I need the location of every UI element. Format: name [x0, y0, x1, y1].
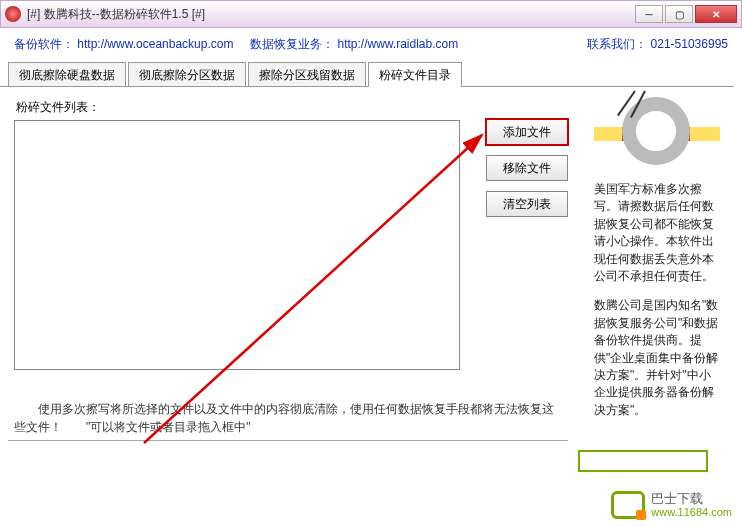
description-text: 使用多次擦写将所选择的文件以及文件中的内容彻底清除，使用任何数据恢复手段都将无法…: [14, 400, 564, 436]
tab-bar: 彻底擦除硬盘数据 彻底擦除分区数据 擦除分区残留数据 粉碎文件目录: [0, 61, 742, 86]
maximize-button[interactable]: ▢: [665, 5, 693, 23]
contact-label: 联系我们：: [587, 37, 647, 51]
add-file-button[interactable]: 添加文件: [486, 119, 568, 145]
recovery-label: 数据恢复业务：: [250, 37, 334, 51]
recovery-link[interactable]: http://www.raidlab.com: [337, 37, 458, 51]
file-list-label: 粉碎文件列表：: [16, 99, 586, 116]
watermark-brand: 巴士下载: [651, 492, 732, 506]
tab-erase-partition[interactable]: 彻底擦除分区数据: [128, 62, 246, 87]
close-button[interactable]: ✕: [695, 5, 737, 23]
tab-erase-disk[interactable]: 彻底擦除硬盘数据: [8, 62, 126, 87]
panel-border: [8, 440, 568, 441]
remove-file-button[interactable]: 移除文件: [486, 155, 568, 181]
disk-diagram: [594, 93, 720, 173]
file-list-box[interactable]: [14, 120, 460, 370]
titlebar: [#] 数腾科技--数据粉碎软件1.5 [#] ─ ▢ ✕: [0, 0, 742, 28]
info-text-2: 数腾公司是国内知名"数据恢复服务公司"和数据备份软件提供商。提供"企业桌面集中备…: [594, 297, 722, 419]
tab-shred-files[interactable]: 粉碎文件目录: [368, 62, 462, 87]
watermark: 巴士下载 www.11684.com: [611, 491, 732, 519]
clear-list-button[interactable]: 清空列表: [486, 191, 568, 217]
watermark-logo-icon: [611, 491, 645, 519]
highlight-rect: [578, 450, 708, 472]
backup-link[interactable]: http://www.oceanbackup.com: [77, 37, 233, 51]
window-title: [#] 数腾科技--数据粉碎软件1.5 [#]: [27, 6, 633, 23]
minimize-button[interactable]: ─: [635, 5, 663, 23]
backup-label: 备份软件：: [14, 37, 74, 51]
header-info: 备份软件： http://www.oceanbackup.com 数据恢复业务：…: [0, 28, 742, 61]
info-text-1: 美国军方标准多次擦写。请擦数据后任何数据恢复公司都不能恢复请小心操作。本软件出现…: [594, 181, 722, 285]
tab-erase-residual[interactable]: 擦除分区残留数据: [248, 62, 366, 87]
contact-value: 021-51036995: [651, 37, 728, 51]
app-icon: [5, 6, 21, 22]
watermark-url: www.11684.com: [651, 506, 732, 518]
